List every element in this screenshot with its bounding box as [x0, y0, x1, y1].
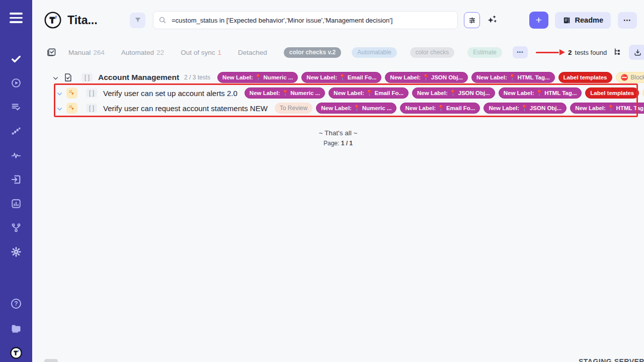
filter-pill-automatable[interactable]: Automatable: [352, 47, 396, 58]
runs-play-icon[interactable]: [11, 77, 22, 88]
header: Tita... + Readme •••: [32, 0, 644, 40]
hamburger-menu-icon[interactable]: [10, 13, 23, 26]
svg-text:?: ?: [14, 300, 18, 307]
test-title[interactable]: Verify user can request account statemen…: [103, 104, 268, 113]
import-signin-icon[interactable]: [11, 174, 22, 185]
analytics-bar-chart-icon[interactable]: [11, 198, 22, 209]
sidebar-bottom: ?: [0, 298, 32, 359]
end-of-list-text: ~ That's all ~: [32, 129, 644, 137]
ai-sparkles-button[interactable]: [485, 14, 498, 27]
label-pill[interactable]: New Label: 📍 Numeric ...: [217, 72, 298, 83]
suite-title[interactable]: Account Management: [98, 73, 179, 82]
sliders-icon: [468, 16, 476, 25]
chevron-down-icon[interactable]: [56, 90, 63, 97]
suite-labels: New Label: 📍 Numeric ... New Label: 📍 Em…: [217, 72, 644, 83]
app-screen: ? Tita... +: [0, 0, 644, 362]
tab-label: Out of sync: [181, 49, 215, 56]
status-badge-to-review[interactable]: To Review: [275, 103, 312, 114]
label-pill-blocker[interactable]: ⛔ Blocker: [616, 72, 644, 83]
label-pill[interactable]: New Label: 📍 Numeric ...: [316, 103, 396, 114]
filter-pill-color-checks[interactable]: color checks: [410, 47, 455, 58]
tab-manual[interactable]: Manual 264: [68, 49, 105, 56]
test-row[interactable]: [ ] Verify user can request account stat…: [32, 101, 644, 116]
filters-toolbar: Manual 264 Automated 22 Out of sync 1 De…: [32, 43, 644, 61]
filter-pill-estimate[interactable]: Estimate: [467, 47, 502, 58]
label-pill-templates[interactable]: Label templates: [558, 72, 612, 83]
projects-folder-icon[interactable]: [10, 322, 22, 334]
horizontal-scrollbar-thumb[interactable]: [44, 359, 58, 362]
download-button[interactable]: [629, 45, 644, 60]
app-logo: [44, 12, 61, 29]
bracket-badge: [ ]: [86, 88, 97, 98]
add-button[interactable]: +: [529, 12, 548, 29]
label-pill[interactable]: New Label: 📍 Email Fo...: [301, 72, 381, 83]
tab-label: Automated: [121, 49, 154, 56]
help-question-icon[interactable]: ?: [10, 298, 22, 310]
tab-automated[interactable]: Automated 22: [121, 49, 164, 56]
branches-git-icon[interactable]: [11, 222, 22, 233]
results-number: 2: [568, 49, 572, 56]
tab-out-of-sync[interactable]: Out of sync 1: [181, 49, 221, 56]
label-pill[interactable]: New Label: 📍 HTML Tag...: [570, 103, 644, 114]
label-pill[interactable]: New Label: 📍 JSON Obj...: [484, 103, 567, 114]
settings-gear-icon[interactable]: [11, 246, 22, 257]
bulk-select-icon[interactable]: [46, 47, 56, 57]
label-pill[interactable]: New Label: 📍 JSON Obj...: [412, 87, 495, 99]
bracket-badge: [ ]: [86, 104, 97, 113]
label-pill[interactable]: New Label: 📍 Numeric ...: [245, 87, 325, 99]
book-icon: [562, 16, 571, 25]
label-pill[interactable]: New Label: 📍 Email Fo...: [400, 103, 480, 114]
test-labels: To Review New Label: 📍 Numeric ... New L…: [275, 103, 644, 114]
list-footer: ~ That's all ~ Page: 1 / 1: [32, 129, 644, 147]
blocker-icon: ⛔: [621, 72, 628, 82]
results-text: tests found: [575, 49, 607, 56]
test-title[interactable]: Verify user can set up account alerts 2.…: [103, 89, 237, 98]
tab-detached[interactable]: Detached: [238, 49, 267, 56]
search-input[interactable]: [171, 16, 452, 25]
filter-pill-color-checks-v2[interactable]: color checks v.2: [284, 47, 342, 58]
chevron-down-icon[interactable]: [52, 74, 59, 81]
download-icon: [633, 48, 642, 57]
tree-view-icon[interactable]: [613, 48, 622, 57]
suite-row[interactable]: [ ] Account Management 2 / 3 tests New L…: [32, 69, 644, 85]
label-pill[interactable]: New Label: 📍 Email Fo...: [329, 87, 409, 99]
tab-label: Manual: [68, 49, 91, 56]
query-settings-button[interactable]: [464, 12, 480, 28]
label-pill-templates[interactable]: Label templates: [585, 87, 639, 99]
filters-more-button[interactable]: •••: [513, 46, 528, 58]
sidebar-nav: [0, 53, 32, 257]
test-plans-list-icon[interactable]: [11, 102, 22, 113]
header-more-button[interactable]: •••: [618, 12, 637, 29]
chevron-down-icon[interactable]: [56, 105, 63, 112]
label-pill[interactable]: New Label: 📍 JSON Obj...: [385, 72, 468, 83]
tests-check-icon[interactable]: [11, 53, 22, 64]
filter-funnel-button[interactable]: [130, 13, 145, 28]
staging-watermark: STAGING SERVER: [579, 357, 644, 362]
project-title: Tita...: [67, 14, 116, 27]
suite-document-icon: [63, 72, 73, 82]
test-row[interactable]: [ ] Verify user can set up account alert…: [32, 85, 644, 101]
suite-test-counter: 2 / 3 tests: [184, 74, 210, 81]
bracket-badge: [ ]: [82, 73, 93, 82]
label-pill[interactable]: New Label: 📍 HTML Tag...: [499, 87, 582, 99]
steps-stairs-icon[interactable]: [11, 126, 22, 137]
manual-test-cursor-icon: [66, 87, 77, 99]
test-tree: [ ] Account Management 2 / 3 tests New L…: [32, 69, 644, 116]
pagination: Page: 1 / 1: [32, 140, 644, 147]
search-bar: [153, 11, 458, 29]
page-label: Page:: [324, 140, 339, 147]
test-labels: New Label: 📍 Numeric ... New Label: 📍 Em…: [245, 87, 644, 99]
tab-label: Detached: [238, 49, 267, 56]
tab-count: 22: [156, 49, 164, 56]
annotation-arrow: [536, 49, 565, 55]
readme-button[interactable]: Readme: [555, 12, 611, 29]
tab-count: 264: [93, 49, 105, 56]
bottom-logo: [10, 347, 22, 359]
pulse-activity-icon[interactable]: [11, 150, 22, 161]
tab-count: 1: [217, 49, 221, 56]
sidebar: ?: [0, 0, 32, 362]
search-icon: [158, 16, 167, 24]
sparkles-icon: [486, 15, 497, 26]
label-pill[interactable]: New Label: 📍 HTML Tag...: [471, 72, 555, 83]
readme-label: Readme: [575, 16, 603, 24]
